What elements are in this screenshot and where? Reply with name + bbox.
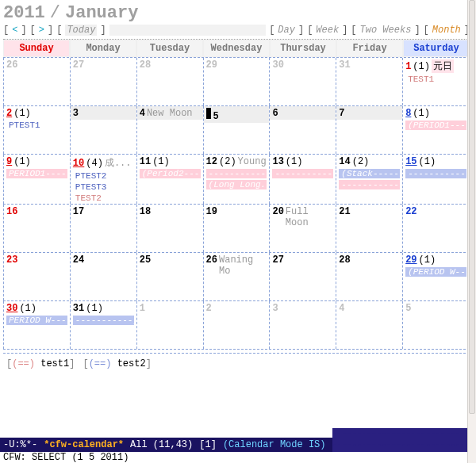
view-two-weeks[interactable]: Two Weeks	[360, 25, 412, 36]
day-header-row: 27	[71, 58, 136, 71]
calendar-day[interactable]: 1 (1)元日TEST1	[403, 58, 470, 105]
event-tag[interactable]: TEST1	[405, 75, 466, 84]
event-tag[interactable]: (Long Long...	[206, 180, 267, 189]
calendar-day[interactable]: 16	[3, 205, 71, 252]
next-button[interactable]: >	[39, 25, 44, 36]
calendar-day[interactable]: 2	[204, 301, 271, 349]
scrollbar-thumb[interactable]	[469, 0, 475, 414]
calendar-day[interactable]: 17	[71, 205, 137, 252]
view-month[interactable]: Month	[432, 25, 461, 36]
event-tag[interactable]: -----------	[206, 169, 267, 178]
day-number: 7	[339, 108, 344, 119]
calendar-day[interactable]: 25	[137, 253, 204, 300]
day-header-row: 10 (4)成...	[71, 155, 136, 170]
calendar-day[interactable]: 3	[71, 106, 137, 154]
calendar-day[interactable]: 26Waning Mo	[204, 253, 271, 300]
holiday-label: 元日	[432, 59, 454, 73]
day-number: 26	[206, 254, 217, 266]
calendar-day[interactable]: 11 (1)(Period2----	[137, 155, 204, 204]
event-tag[interactable]: -----------	[272, 169, 333, 178]
calendar-day[interactable]: 18	[137, 205, 204, 252]
day-number: 29	[206, 59, 217, 71]
modeline-status: -U:%*-	[3, 439, 37, 450]
calendar-day[interactable]: 19	[204, 205, 271, 252]
today-button[interactable]: Today	[65, 25, 97, 36]
calendar-day[interactable]: 30 (1)PERIOD W----	[3, 301, 71, 349]
calendar-day[interactable]: 10 (4)成...PTEST2PTEST3TEST2	[71, 155, 137, 204]
day-header-row: 5	[403, 301, 469, 315]
event-tag[interactable]: PTEST3	[73, 182, 134, 192]
calendar-day[interactable]: 5	[204, 106, 271, 154]
event-tag[interactable]: -----------)	[405, 169, 466, 178]
calendar-day[interactable]: 3	[270, 301, 336, 349]
calendar-day[interactable]: 6	[270, 106, 336, 154]
calendar-day[interactable]: 31	[336, 58, 403, 105]
event-tag[interactable]: (Stack-------	[339, 169, 400, 178]
hdr-mon: Monday	[70, 40, 136, 57]
hdr-thu: Thursday	[270, 40, 336, 57]
calendar-day[interactable]: 28	[137, 58, 204, 105]
event-tag[interactable]: -----------)	[73, 316, 134, 325]
day-number: 9	[6, 156, 12, 167]
calendar-day[interactable]: 27	[71, 58, 137, 105]
event-count: (1)	[152, 156, 170, 167]
prev-button[interactable]: <	[12, 25, 17, 36]
event-tag[interactable]: PERIOD1-----)	[6, 169, 67, 178]
calendar-day[interactable]: 28	[336, 253, 403, 300]
day-number: 30	[6, 303, 17, 314]
calendar-day[interactable]: 20Full Moon	[270, 205, 336, 252]
weekday-header: Sunday Monday Tuesday Wednesday Thursday…	[3, 40, 470, 57]
calendar-day[interactable]: 26	[3, 58, 71, 105]
calendar-day[interactable]: 29 (1)(PERIOD W----	[403, 253, 470, 300]
calendar-day[interactable]: 29	[204, 58, 271, 105]
day-number: 4	[339, 303, 344, 314]
hdr-wed: Wednesday	[203, 40, 270, 57]
calendar-day[interactable]: 4	[336, 301, 403, 349]
event-tag[interactable]: TEST2	[73, 193, 134, 203]
event-count: (1)	[19, 303, 36, 314]
calendar-day[interactable]: 12 (2)Young-----------(Long Long...	[204, 155, 271, 204]
day-number: 19	[206, 206, 217, 217]
calendar-day[interactable]: 7	[336, 106, 403, 154]
calendar-grid: 2627282930311 (1)元日TEST12 (1)PTEST134New…	[3, 57, 470, 350]
day-header-row: 2 (1)	[4, 106, 70, 120]
calendar-week: 23242526Waning Mo272829 (1)(PERIOD W----	[3, 252, 470, 300]
day-header-row: 30 (1)	[4, 301, 70, 315]
day-number: 22	[405, 206, 416, 217]
calendar-day[interactable]: 31 (1)-----------)	[71, 301, 137, 349]
calendar-day[interactable]: 27	[270, 253, 336, 300]
event-tag[interactable]: PERIOD W----	[6, 316, 67, 325]
day-number: 5	[405, 303, 411, 314]
calendar-day[interactable]: 24	[71, 253, 137, 300]
hdr-fri: Friday	[336, 40, 403, 57]
calendar-day[interactable]: 9 (1)PERIOD1-----)	[3, 155, 71, 204]
calendar-day[interactable]: 15 (1)-----------)	[403, 155, 470, 204]
event-tag[interactable]: PTEST1	[6, 121, 67, 130]
calendar-day[interactable]: 8 (1)(PERIOD1-----	[403, 106, 470, 154]
moon-phase: New Moon	[147, 108, 193, 119]
day-number: 28	[140, 59, 151, 71]
calendar-day[interactable]: 21	[336, 205, 403, 252]
event-tag[interactable]: -----------)	[339, 180, 400, 189]
calendar-day[interactable]: 30	[270, 58, 336, 105]
calendar-day[interactable]: 2 (1)PTEST1	[3, 106, 71, 154]
event-tag[interactable]: (PERIOD1-----	[405, 121, 466, 130]
view-week[interactable]: Week	[316, 25, 339, 36]
event-tag[interactable]: PTEST2	[73, 171, 134, 181]
calendar-day[interactable]: 1	[137, 301, 204, 349]
divider	[3, 353, 470, 354]
calendar-day[interactable]: 14 (2)(Stack------------------)	[336, 155, 403, 204]
calendar-day[interactable]: 23	[3, 253, 71, 300]
event-tag[interactable]: (Period2----	[140, 169, 201, 178]
calendar-day[interactable]: 5	[403, 301, 470, 349]
event-count: (1)	[413, 61, 430, 72]
calendar-day[interactable]: 4New Moon	[137, 106, 204, 154]
scrollbar[interactable]	[467, 0, 476, 463]
view-day[interactable]: Day	[278, 25, 295, 36]
calendar-day[interactable]: 22	[403, 205, 470, 252]
event-tag[interactable]: (PERIOD W----	[405, 267, 466, 277]
day-header-row: 4New Moon	[137, 106, 203, 120]
day-header-row: 21	[336, 205, 402, 218]
day-header-row: 28	[137, 58, 203, 71]
calendar-day[interactable]: 13 (1)-----------	[270, 155, 336, 204]
